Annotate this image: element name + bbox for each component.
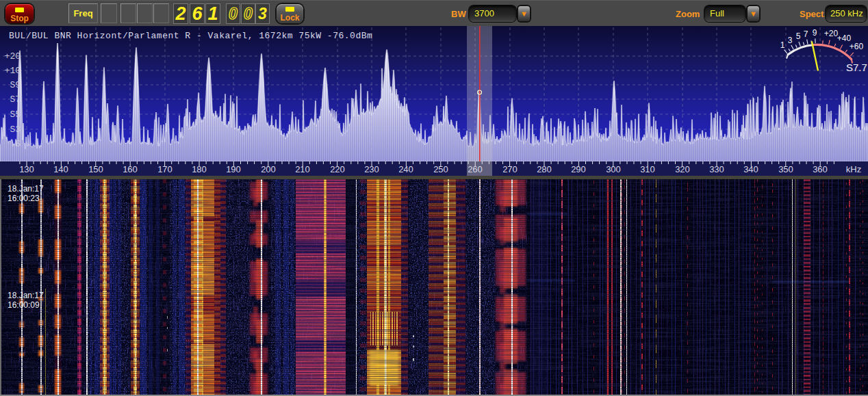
svg-text:1: 1 bbox=[780, 40, 785, 50]
svg-text:S7: S7 bbox=[10, 94, 21, 105]
svg-text:5: 5 bbox=[796, 31, 801, 41]
svg-text:S: S bbox=[15, 139, 21, 149]
svg-text:+10: +10 bbox=[5, 66, 21, 76]
svg-text:350: 350 bbox=[778, 164, 793, 174]
svg-text:3: 3 bbox=[788, 36, 793, 45]
svg-text:210: 210 bbox=[295, 164, 310, 174]
svg-text:310: 310 bbox=[640, 164, 655, 174]
svg-text:S5: S5 bbox=[10, 109, 21, 120]
svg-text:250: 250 bbox=[433, 164, 448, 174]
svg-text:9: 9 bbox=[813, 28, 817, 38]
svg-text:150: 150 bbox=[88, 164, 103, 174]
svg-text:340: 340 bbox=[743, 164, 758, 174]
svg-text:240: 240 bbox=[398, 164, 413, 174]
svg-text:280: 280 bbox=[537, 164, 552, 174]
svg-text:220: 220 bbox=[330, 164, 345, 174]
svg-text:190: 190 bbox=[226, 164, 241, 174]
svg-text:140: 140 bbox=[53, 164, 68, 174]
svg-text:180: 180 bbox=[192, 164, 207, 174]
svg-text:S9: S9 bbox=[10, 80, 21, 90]
svg-text:S7.7: S7.7 bbox=[846, 62, 867, 73]
svg-text:7: 7 bbox=[804, 29, 808, 39]
svg-text:S3: S3 bbox=[10, 124, 21, 135]
svg-text:200: 200 bbox=[261, 164, 276, 174]
svg-text:290: 290 bbox=[571, 164, 586, 174]
svg-text:360: 360 bbox=[813, 164, 828, 174]
svg-text:320: 320 bbox=[675, 164, 690, 174]
svg-text:230: 230 bbox=[364, 164, 379, 174]
svg-text:330: 330 bbox=[709, 164, 724, 174]
svg-text:130: 130 bbox=[19, 164, 34, 174]
svg-text:+20: +20 bbox=[824, 29, 839, 38]
svg-text:kHz: kHz bbox=[846, 164, 861, 174]
svg-text:260: 260 bbox=[468, 164, 483, 174]
svg-text:160: 160 bbox=[123, 164, 138, 174]
svg-text:+60: +60 bbox=[850, 42, 864, 51]
svg-text:+20: +20 bbox=[5, 51, 21, 62]
svg-text:270: 270 bbox=[502, 164, 518, 174]
svg-text:BUL/BUL BNR Horizont/Parlament: BUL/BUL BNR Horizont/Parlament R - Vakar… bbox=[9, 31, 372, 41]
svg-text:170: 170 bbox=[157, 164, 173, 174]
svg-text:300: 300 bbox=[606, 164, 621, 174]
